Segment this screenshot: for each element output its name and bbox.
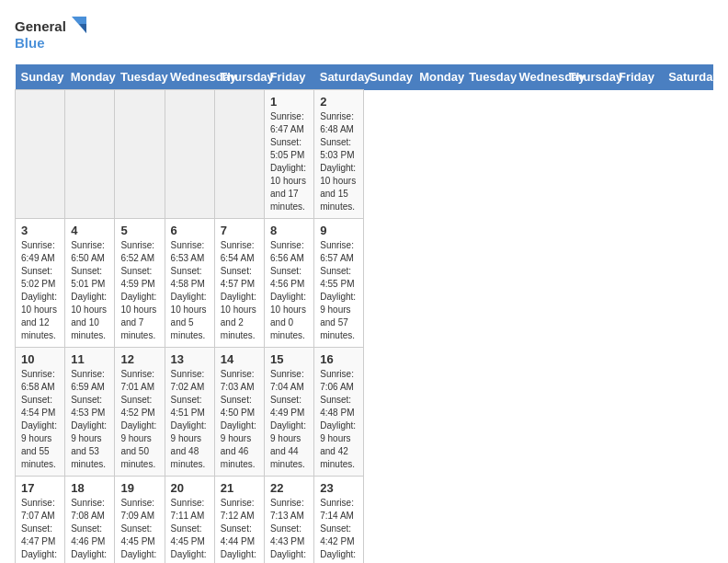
day-header-sunday: Sunday <box>364 64 414 90</box>
day-number: 9 <box>320 224 358 237</box>
week-row-3: 10Sunrise: 6:58 AM Sunset: 4:54 PM Dayli… <box>16 348 713 477</box>
day-number: 3 <box>21 224 59 237</box>
day-cell <box>16 90 65 219</box>
day-number: 11 <box>71 352 108 366</box>
day-cell: 18Sunrise: 7:08 AM Sunset: 4:46 PM Dayli… <box>65 477 115 564</box>
day-header-monday: Monday <box>414 64 463 90</box>
day-cell: 23Sunrise: 7:14 AM Sunset: 4:42 PM Dayli… <box>314 477 364 564</box>
day-number: 8 <box>270 224 308 237</box>
day-cell: 19Sunrise: 7:09 AM Sunset: 4:45 PM Dayli… <box>115 477 165 564</box>
day-info: Sunrise: 7:03 AM Sunset: 4:50 PM Dayligh… <box>221 368 258 471</box>
day-info: Sunrise: 7:09 AM Sunset: 4:45 PM Dayligh… <box>120 497 158 563</box>
day-cell: 10Sunrise: 6:58 AM Sunset: 4:54 PM Dayli… <box>16 348 65 477</box>
day-number: 6 <box>171 224 209 237</box>
logo-svg: General Blue <box>15 15 88 55</box>
day-info: Sunrise: 6:50 AM Sunset: 5:01 PM Dayligh… <box>71 239 108 342</box>
day-cell <box>165 90 214 219</box>
day-cell: 16Sunrise: 7:06 AM Sunset: 4:48 PM Dayli… <box>314 348 364 477</box>
calendar-header-row: SundayMondayTuesdayWednesdayThursdayFrid… <box>16 64 713 90</box>
day-cell: 3Sunrise: 6:49 AM Sunset: 5:02 PM Daylig… <box>16 219 65 348</box>
day-info: Sunrise: 7:08 AM Sunset: 4:46 PM Dayligh… <box>71 497 108 563</box>
day-info: Sunrise: 6:57 AM Sunset: 4:55 PM Dayligh… <box>320 239 358 342</box>
day-info: Sunrise: 7:11 AM Sunset: 4:45 PM Dayligh… <box>171 497 209 563</box>
day-number: 17 <box>21 481 59 495</box>
day-cell: 22Sunrise: 7:13 AM Sunset: 4:43 PM Dayli… <box>265 477 314 564</box>
day-number: 14 <box>221 352 258 366</box>
day-number: 4 <box>71 224 108 237</box>
day-cell: 5Sunrise: 6:52 AM Sunset: 4:59 PM Daylig… <box>115 219 165 348</box>
day-cell: 11Sunrise: 6:59 AM Sunset: 4:53 PM Dayli… <box>65 348 115 477</box>
day-info: Sunrise: 7:13 AM Sunset: 4:43 PM Dayligh… <box>270 497 308 563</box>
day-number: 18 <box>71 481 108 495</box>
day-number: 12 <box>120 352 158 366</box>
day-number: 16 <box>320 352 358 366</box>
week-row-1: 1Sunrise: 6:47 AM Sunset: 5:05 PM Daylig… <box>16 90 713 219</box>
svg-text:Blue: Blue <box>15 35 45 51</box>
day-cell: 13Sunrise: 7:02 AM Sunset: 4:51 PM Dayli… <box>165 348 214 477</box>
day-number: 20 <box>171 481 209 495</box>
day-cell: 20Sunrise: 7:11 AM Sunset: 4:45 PM Dayli… <box>165 477 214 564</box>
day-info: Sunrise: 7:02 AM Sunset: 4:51 PM Dayligh… <box>171 368 209 471</box>
day-info: Sunrise: 7:14 AM Sunset: 4:42 PM Dayligh… <box>320 497 358 563</box>
day-info: Sunrise: 6:49 AM Sunset: 5:02 PM Dayligh… <box>21 239 59 342</box>
day-info: Sunrise: 6:53 AM Sunset: 4:58 PM Dayligh… <box>171 239 209 342</box>
day-header-saturday: Saturday <box>663 64 712 90</box>
day-cell: 7Sunrise: 6:54 AM Sunset: 4:57 PM Daylig… <box>214 219 264 348</box>
day-number: 10 <box>21 352 59 366</box>
day-cell <box>115 90 165 219</box>
day-number: 5 <box>120 224 158 237</box>
calendar-table: SundayMondayTuesdayWednesdayThursdayFrid… <box>15 64 713 563</box>
day-cell: 4Sunrise: 6:50 AM Sunset: 5:01 PM Daylig… <box>65 219 115 348</box>
day-cell <box>65 90 115 219</box>
day-info: Sunrise: 7:04 AM Sunset: 4:49 PM Dayligh… <box>270 368 308 471</box>
day-header-friday: Friday <box>613 64 663 90</box>
day-info: Sunrise: 6:54 AM Sunset: 4:57 PM Dayligh… <box>221 239 258 342</box>
day-number: 7 <box>221 224 258 237</box>
day-info: Sunrise: 7:06 AM Sunset: 4:48 PM Dayligh… <box>320 368 358 471</box>
day-header-wednesday: Wednesday <box>514 64 563 90</box>
day-header-tuesday: Tuesday <box>463 64 513 90</box>
day-header-friday: Friday <box>265 64 314 90</box>
header: General Blue <box>15 15 713 55</box>
day-cell: 21Sunrise: 7:12 AM Sunset: 4:44 PM Dayli… <box>214 477 264 564</box>
day-number: 15 <box>270 352 308 366</box>
day-number: 1 <box>270 95 308 109</box>
day-cell: 17Sunrise: 7:07 AM Sunset: 4:47 PM Dayli… <box>16 477 65 564</box>
day-info: Sunrise: 6:59 AM Sunset: 4:53 PM Dayligh… <box>71 368 108 471</box>
day-cell: 6Sunrise: 6:53 AM Sunset: 4:58 PM Daylig… <box>165 219 214 348</box>
day-number: 22 <box>270 481 308 495</box>
week-row-4: 17Sunrise: 7:07 AM Sunset: 4:47 PM Dayli… <box>16 477 713 564</box>
day-cell: 9Sunrise: 6:57 AM Sunset: 4:55 PM Daylig… <box>314 219 364 348</box>
day-number: 19 <box>120 481 158 495</box>
day-info: Sunrise: 6:56 AM Sunset: 4:56 PM Dayligh… <box>270 239 308 342</box>
day-info: Sunrise: 6:47 AM Sunset: 5:05 PM Dayligh… <box>270 110 308 213</box>
day-header-thursday: Thursday <box>214 64 264 90</box>
day-cell: 15Sunrise: 7:04 AM Sunset: 4:49 PM Dayli… <box>265 348 314 477</box>
logo: General Blue <box>15 15 88 55</box>
week-row-2: 3Sunrise: 6:49 AM Sunset: 5:02 PM Daylig… <box>16 219 713 348</box>
day-info: Sunrise: 7:01 AM Sunset: 4:52 PM Dayligh… <box>120 368 158 471</box>
day-info: Sunrise: 6:52 AM Sunset: 4:59 PM Dayligh… <box>120 239 158 342</box>
day-header-sunday: Sunday <box>16 64 65 90</box>
day-cell: 12Sunrise: 7:01 AM Sunset: 4:52 PM Dayli… <box>115 348 165 477</box>
day-header-saturday: Saturday <box>314 64 364 90</box>
day-cell <box>214 90 264 219</box>
day-cell: 2Sunrise: 6:48 AM Sunset: 5:03 PM Daylig… <box>314 90 364 219</box>
day-number: 21 <box>221 481 258 495</box>
day-info: Sunrise: 7:12 AM Sunset: 4:44 PM Dayligh… <box>221 497 258 563</box>
day-header-monday: Monday <box>65 64 115 90</box>
day-number: 2 <box>320 95 358 109</box>
day-cell: 1Sunrise: 6:47 AM Sunset: 5:05 PM Daylig… <box>265 90 314 219</box>
day-cell: 8Sunrise: 6:56 AM Sunset: 4:56 PM Daylig… <box>265 219 314 348</box>
day-cell: 14Sunrise: 7:03 AM Sunset: 4:50 PM Dayli… <box>214 348 264 477</box>
day-info: Sunrise: 7:07 AM Sunset: 4:47 PM Dayligh… <box>21 497 59 563</box>
day-number: 23 <box>320 481 358 495</box>
day-header-thursday: Thursday <box>563 64 613 90</box>
day-info: Sunrise: 6:58 AM Sunset: 4:54 PM Dayligh… <box>21 368 59 471</box>
day-header-wednesday: Wednesday <box>165 64 214 90</box>
day-header-tuesday: Tuesday <box>115 64 165 90</box>
day-info: Sunrise: 6:48 AM Sunset: 5:03 PM Dayligh… <box>320 110 358 213</box>
svg-text:General: General <box>15 18 66 34</box>
day-number: 13 <box>171 352 209 366</box>
